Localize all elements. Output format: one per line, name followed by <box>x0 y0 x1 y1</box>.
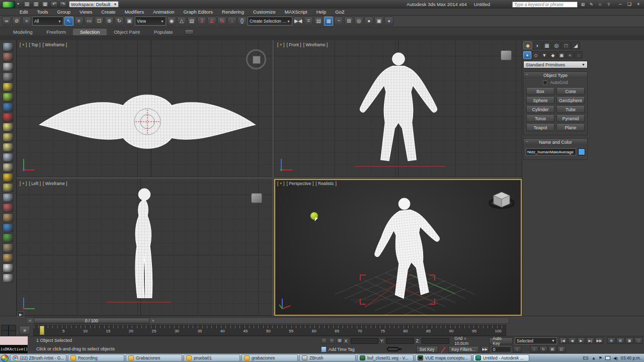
time-forward-icon[interactable]: > <box>149 318 156 323</box>
menu-item[interactable]: Edit <box>15 9 32 15</box>
tab-display-icon[interactable]: □ <box>561 41 571 49</box>
start-button[interactable] <box>1 354 9 362</box>
display-icon[interactable] <box>605 356 610 360</box>
moon-icon[interactable] <box>3 103 14 112</box>
select-and-move-icon[interactable]: ⊕ ▼ <box>105 17 114 26</box>
playback-icon[interactable]: ▶▶ <box>595 337 603 344</box>
model-wireframe-top-view[interactable] <box>37 80 258 168</box>
undo-icon[interactable]: ↶ <box>50 1 58 8</box>
viewport-label-segment[interactable]: [ Wireframe ] <box>42 42 67 47</box>
restore-button[interactable]: ❏ <box>626 2 633 8</box>
key-filters-button[interactable]: Key Filters... <box>448 346 479 353</box>
save-file-icon[interactable]: ▦ <box>41 1 49 8</box>
primitive-category-dropdown[interactable]: Standard Primitives ▼ <box>523 61 588 68</box>
viewport-label-segment[interactable]: [ + ] <box>277 42 284 47</box>
primitive-button[interactable]: Tube <box>556 106 585 113</box>
object-color-swatch[interactable] <box>578 148 585 155</box>
search-input[interactable] <box>512 2 578 8</box>
align-icon[interactable]: = ▼ <box>304 17 313 26</box>
taskbar-item[interactable]: Grabaciones <box>126 354 182 361</box>
menu-item[interactable]: Create <box>97 9 120 15</box>
set-key-brush-icon[interactable] <box>440 346 446 352</box>
viewcube-compass-icon[interactable] <box>246 49 266 69</box>
primitive-button[interactable]: Box <box>526 88 554 95</box>
workspace-dropdown[interactable]: Workspace: Default ▼ <box>69 1 119 8</box>
unlink-selection-icon[interactable]: ⊘ ▼ <box>12 17 21 26</box>
time-slider-track[interactable]: < 0 / 100 > <box>26 317 509 324</box>
menu-item[interactable]: Customize <box>249 9 280 15</box>
viewport-left[interactable]: [ + ][ Left ][ Wireframe ] <box>17 179 272 316</box>
language-indicator[interactable]: ES <box>583 355 589 360</box>
viewport-label-segment[interactable]: [ + ] <box>277 181 284 186</box>
viewcube-icon[interactable] <box>251 193 262 203</box>
clock[interactable]: 03:40 p.m. <box>621 355 641 360</box>
primitive-button[interactable]: Teapot <box>526 124 554 131</box>
object-name-field[interactable]: Nidz_humanMaleAverage <box>526 148 576 155</box>
earth-globe-icon[interactable] <box>3 223 14 232</box>
select-by-name-icon[interactable]: ≡ ▼ <box>74 17 84 26</box>
close-button[interactable]: × <box>635 2 642 8</box>
bind-to-spacewarp-icon[interactable]: ≈ ▼ <box>22 17 31 26</box>
menu-item[interactable]: Tools <box>32 9 52 15</box>
tab-modify-icon[interactable]: ◗ <box>533 41 542 49</box>
playback-icon[interactable]: ▶ <box>577 337 585 344</box>
volume-icon[interactable]: ◀) <box>613 356 618 360</box>
shell-icon[interactable] <box>3 253 14 262</box>
primitive-button[interactable]: Plane <box>556 124 585 131</box>
pyramid-icon[interactable] <box>3 163 14 172</box>
selection-lock-icon[interactable]: ▫ <box>329 338 335 344</box>
percent-snap-icon[interactable]: % ▼ <box>217 17 226 26</box>
material-editor-icon[interactable]: ◎ ▼ <box>354 17 363 26</box>
x-coordinate-field[interactable] <box>351 338 378 344</box>
white-sphere-icon[interactable] <box>3 263 14 273</box>
taskbar-item[interactable]: prueba01 <box>184 354 240 361</box>
viewport-front[interactable]: [ + ][ Front ][ Wireframe ] <box>274 40 522 177</box>
add-time-tag-label[interactable]: Add Time Tag <box>329 347 355 352</box>
previous-frame-icon[interactable]: ▶ <box>17 311 24 317</box>
plane-icon[interactable] <box>3 123 14 132</box>
open-file-icon[interactable]: ▥ <box>32 1 40 8</box>
viewport-label-segment[interactable]: [ + ] <box>20 181 27 186</box>
tab-hierarchy-icon[interactable]: ▦ <box>542 41 551 49</box>
viewport-nav-icon[interactable]: □ <box>634 337 642 344</box>
viewport-label-segment[interactable]: [ + ] <box>20 42 27 47</box>
taskbar-item[interactable]: Untitled - Autodesk ... <box>473 354 529 361</box>
time-back-icon[interactable]: < <box>27 318 34 323</box>
taskbar-item[interactable]: Recording <box>68 354 124 361</box>
viewport-label-segment[interactable]: [ Realistic ] <box>315 181 337 186</box>
render-setup-icon[interactable]: ● ▼ <box>364 17 373 26</box>
schematic-view-icon[interactable]: ⊞ ▼ <box>344 17 353 26</box>
primitive-button[interactable]: Sphere <box>526 97 554 104</box>
playback-icon[interactable]: |◀ <box>559 337 567 344</box>
viewport-label-segment[interactable]: [ Wireframe ] <box>303 42 328 47</box>
viewcube-icon[interactable] <box>501 50 512 60</box>
tab-utilities-icon[interactable]: ◢ <box>571 41 580 49</box>
minimize-button[interactable]: – <box>617 2 624 8</box>
rendered-image-icon[interactable] <box>3 52 14 61</box>
mirror-icon[interactable]: ▶◀ ▼ <box>293 17 303 26</box>
taskbar-item[interactable]: VUE mapa conceptu... <box>415 354 471 361</box>
ribbon-tab[interactable]: Populate <box>147 29 180 35</box>
sphere-icon[interactable] <box>3 143 14 152</box>
edit-named-sets-icon[interactable]: {} ▼ <box>237 17 247 26</box>
open-mini-curve-editor-icon[interactable]: ≋ <box>19 326 30 335</box>
teapot-icon-2[interactable] <box>3 213 14 222</box>
ribbon-tab[interactable]: Modeling <box>6 29 40 35</box>
subcat-spacewarps-icon[interactable]: ≈ <box>566 51 574 59</box>
capsule-icon[interactable] <box>3 203 14 212</box>
absolute-mode-icon[interactable]: ⊞ <box>337 338 343 344</box>
select-and-rotate-icon[interactable]: ↻ ▼ <box>115 17 124 26</box>
script-list-icon[interactable] <box>3 62 14 71</box>
ribbon-tab[interactable]: Object Paint <box>107 29 147 35</box>
macro-recorder-pane[interactable] <box>0 336 28 345</box>
menu-item[interactable]: Help <box>312 9 331 15</box>
taskbar-item[interactable]: ZBrush <box>299 354 356 361</box>
new-file-icon[interactable]: ▤ <box>23 1 31 8</box>
subcat-shapes-icon[interactable]: ◇ <box>532 51 540 59</box>
spinner-snap-icon[interactable]: ↕ ▼ <box>227 17 236 26</box>
subcat-lights-icon[interactable]: ▼ <box>540 51 548 59</box>
playback-icon[interactable]: ◀ <box>568 337 576 344</box>
foliage-icon[interactable] <box>3 233 14 242</box>
viewport-top[interactable]: [ + ][ Top ][ Wireframe ] <box>17 40 272 177</box>
set-key-button[interactable]: Set Key <box>416 346 438 353</box>
